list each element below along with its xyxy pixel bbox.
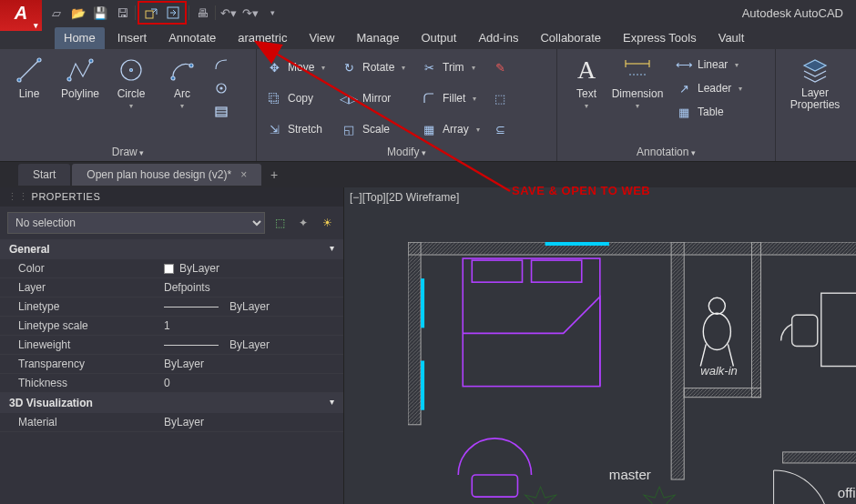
room-walkin: walk-in (700, 364, 738, 378)
svg-point-8 (130, 69, 133, 72)
property-group[interactable]: General (0, 239, 343, 259)
property-row[interactable]: LayerDefpoints (0, 278, 343, 297)
svg-rect-31 (472, 260, 522, 282)
polyline-icon (65, 55, 96, 86)
panel-annotation-label[interactable]: Annotation (563, 144, 769, 159)
dimension-button[interactable]: Dimension (614, 53, 661, 110)
qat-separator (189, 5, 189, 20)
property-row[interactable]: Linetype scale1 (0, 317, 343, 336)
linear-icon: ⟷ (676, 56, 692, 73)
property-value[interactable]: 1 (164, 319, 170, 332)
tab-start[interactable]: Start (18, 164, 70, 186)
qat-saveas-icon[interactable]: 🖫 (111, 3, 133, 23)
scale-button[interactable]: ◱Scale (337, 119, 415, 139)
region-button[interactable] (209, 102, 233, 122)
erase-button[interactable]: ✎ (488, 57, 512, 77)
tab-parametric[interactable]: arametric (229, 27, 296, 49)
polyline-button[interactable]: Polyline (56, 53, 104, 100)
table-button[interactable]: ▦Table (672, 102, 746, 122)
properties-panel: PROPERTIES No selection ⬚ ✦ ☀ GeneralCol… (0, 187, 344, 504)
qat-dropdown-icon[interactable]: ▾ (261, 3, 283, 23)
ribbon: Line Polyline Circle Arc Draw ✥Move ↻Rot… (0, 49, 856, 162)
panel-modify-label[interactable]: Modify (262, 144, 551, 159)
property-row[interactable]: ColorByLayer (0, 259, 343, 278)
layer-properties-button[interactable]: LayerProperties (783, 53, 847, 111)
mirror-button[interactable]: ◁▷Mirror (337, 88, 415, 108)
svg-rect-0 (146, 11, 153, 18)
view-label[interactable]: [−][Top][2D Wireframe] (350, 191, 459, 204)
array-button[interactable]: ▦Array (417, 119, 486, 139)
hatch-button[interactable] (209, 78, 233, 98)
properties-title: PROPERTIES (0, 187, 343, 207)
property-value[interactable]: ByLayer (164, 300, 270, 313)
tab-annotate[interactable]: Annotate (159, 27, 225, 49)
pickadd-icon[interactable]: ✦ (294, 214, 312, 232)
explode-button[interactable]: ⬚ (488, 88, 512, 108)
property-row[interactable]: TransparencyByLayer (0, 355, 343, 374)
tab-collaborate[interactable]: Collaborate (531, 27, 610, 49)
copy-button[interactable]: ⿻Copy (262, 88, 335, 108)
selection-dropdown[interactable]: No selection (7, 212, 265, 234)
qat-save-to-web-icon[interactable] (140, 3, 162, 23)
tab-addins[interactable]: Add-ins (469, 27, 527, 49)
qat-open-from-web-icon[interactable] (162, 3, 184, 23)
svg-rect-24 (751, 242, 760, 398)
panel-annotation: AText Dimension ⟷Linear ↗Leader ▦Table A… (557, 49, 776, 161)
qat-save-icon[interactable]: 💾 (89, 3, 111, 23)
tab-insert[interactable]: Insert (108, 27, 157, 49)
callout-text: SAVE & OPEN TO WEB (512, 184, 650, 197)
property-row[interactable]: Thickness0 (0, 374, 343, 393)
close-icon[interactable]: × (240, 168, 247, 181)
svg-rect-37 (792, 315, 818, 346)
leader-button[interactable]: ↗Leader (672, 78, 746, 98)
property-row[interactable]: LinetypeByLayer (0, 297, 343, 317)
property-row[interactable]: LineweightByLayer (0, 336, 343, 355)
select-objects-icon[interactable]: ☀ (318, 214, 336, 232)
qat-new-icon[interactable]: ▱ (46, 3, 67, 23)
stretch-button[interactable]: ⇲Stretch (262, 119, 335, 139)
tab-home[interactable]: Home (55, 27, 105, 49)
tab-view[interactable]: View (300, 27, 343, 49)
text-button[interactable]: AText (563, 53, 610, 110)
qat-open-icon[interactable]: 📂 (67, 3, 89, 23)
rect-icon (213, 56, 229, 73)
quick-select-icon[interactable]: ⬚ (270, 214, 289, 232)
svg-line-2 (19, 60, 39, 80)
line-button[interactable]: Line (5, 53, 53, 100)
tab-document[interactable]: Open plan house design (v2)*× (72, 164, 261, 186)
property-value[interactable]: Defpoints (164, 281, 210, 294)
drawing-canvas[interactable]: [−][Top][2D Wireframe] (344, 187, 856, 504)
arc-button[interactable]: Arc (158, 53, 206, 110)
rect-button[interactable] (209, 55, 233, 75)
svg-rect-25 (684, 388, 760, 398)
property-key: Transparency (18, 358, 164, 370)
panel-draw-label[interactable]: Draw (5, 144, 250, 159)
tab-express[interactable]: Express Tools (614, 27, 706, 49)
property-value[interactable]: ByLayer (164, 416, 204, 428)
tab-vault[interactable]: Vault (709, 27, 754, 49)
new-tab-button[interactable]: + (263, 167, 285, 182)
property-row[interactable]: MaterialByLayer (0, 413, 343, 432)
property-value[interactable]: 0 (164, 377, 170, 389)
tab-manage[interactable]: Manage (347, 27, 408, 49)
qat-redo-icon[interactable]: ↷▾ (239, 3, 261, 23)
trim-button[interactable]: ✂Trim (417, 57, 486, 77)
move-button[interactable]: ✥Move (262, 57, 335, 77)
property-value[interactable]: ByLayer (164, 262, 219, 275)
scale-icon: ◱ (341, 121, 357, 137)
panel-modify: ✥Move ↻Rotate ✂Trim ✎ ⿻Copy ◁▷Mirror Fil… (257, 49, 557, 161)
qat-plot-icon[interactable]: 🖶 (191, 3, 213, 23)
app-menu-button[interactable]: A (0, 0, 42, 31)
tab-output[interactable]: Output (412, 27, 465, 49)
arc-label: Arc (174, 87, 190, 100)
linear-button[interactable]: ⟷Linear (672, 55, 746, 75)
svg-rect-27 (421, 278, 424, 328)
rotate-button[interactable]: ↻Rotate (337, 57, 415, 77)
fillet-button[interactable]: Fillet (417, 88, 486, 108)
offset-button[interactable]: ⊆ (488, 119, 512, 139)
property-group[interactable]: 3D Visualization (0, 393, 343, 413)
property-value[interactable]: ByLayer (164, 338, 270, 351)
qat-undo-icon[interactable]: ↶▾ (218, 3, 239, 23)
circle-button[interactable]: Circle (107, 53, 155, 110)
property-value[interactable]: ByLayer (164, 358, 204, 370)
